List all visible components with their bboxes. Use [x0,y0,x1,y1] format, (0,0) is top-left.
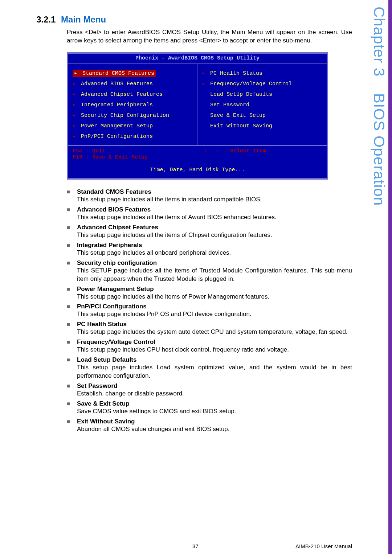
feature-item: ■Advanced BIOS Features This setup page … [67,206,352,222]
bios-menu-item[interactable]: ▸ Exit Without Saving [202,120,322,131]
bios-menu-item[interactable]: ▸ Integrated Peripherals [73,99,192,110]
bios-hint-save: F10 : Save & Exit Setup [73,154,197,160]
bios-hint-quit: Esc : Quit [73,148,197,154]
bullet-icon: ■ [67,242,77,249]
intro-paragraph: Press <Del> to enter AwardBIOS CMOS Setu… [67,28,352,45]
bios-hint-bar: Esc : Quit F10 : Save & Exit Setup ↑ ↓ →… [68,146,327,163]
bullet-icon: ■ [67,383,77,389]
feature-item: ■Security chip configuration This SETUP … [67,259,352,283]
bios-columns: ▸ Standard CMOS Features ▸ Advanced BIOS… [68,63,327,146]
bios-menu-item[interactable]: ▸ Advanced BIOS Features [73,78,192,89]
feature-item: ■Frequency/Voltage Control This setup pa… [67,338,352,354]
feature-item: ■Load Setup Defaults This setup page inc… [67,356,352,380]
section-heading: 3.2.1 Main Menu [36,15,352,25]
bios-menu-item[interactable]: ▸ Set Password [202,99,322,110]
feature-item: ■PnP/PCI Configurations This setup page … [67,303,352,319]
bios-footer: Time, Date, Hard Disk Type... [68,163,327,178]
manual-name: AIMB-210 User Manual [295,543,352,549]
bullet-icon: ■ [67,357,77,363]
side-chapter: Chapter 3 [371,7,388,77]
bullet-icon: ■ [67,339,77,345]
bullet-icon: ■ [67,260,77,266]
content: 3.2.1 Main Menu Press <Del> to enter Awa… [36,15,352,436]
feature-item: ■Standard CMOS Features This setup page … [67,188,352,204]
feature-item: ■Set Password Establish, change or disab… [67,382,352,398]
bullet-icon: ■ [67,189,77,195]
bullet-icon: ■ [67,418,77,425]
bios-menu-item[interactable]: ▸ Security Chip Configuration [73,110,192,120]
bios-menu-item[interactable]: ▸ Load SetUp Defaults [202,89,322,99]
feature-item: ■Integrated Peripherals This setup page … [67,242,352,257]
feature-list: ■Standard CMOS Features This setup page … [67,188,352,434]
bullet-icon: ■ [67,321,77,328]
bullet-icon: ■ [67,303,77,310]
section-title: Main Menu [58,15,106,24]
bios-left-column: ▸ Standard CMOS Features ▸ Advanced BIOS… [68,64,197,145]
feature-item: ■Exit Without Saving Abandon all CMOS va… [67,418,352,434]
bios-menu-item[interactable]: ▸ Frequency/Voltage Control [202,78,322,89]
side-operation: BIOS Operation [371,93,388,206]
feature-item: ■Power Management Setup This setup page … [67,286,352,301]
bios-title: Phoenix - AwardBIOS CMOS Setup Utility [68,54,327,63]
bios-menu-item[interactable]: ▸ PnP/PCI Configurations [73,131,192,141]
feature-item: ■Save & Exit Setup Save CMOS value setti… [67,400,352,416]
page: Chapter 3 BIOS Operation 3.2.1 Main Menu… [0,0,392,554]
feature-item: ■Advanced Chipset Features This setup pa… [67,224,352,239]
bios-menu-item[interactable]: ▸ Standard CMOS Features [73,68,192,78]
bios-right-column: ▸ PC Health Status ▸ Frequency/Voltage C… [197,64,327,145]
bullet-icon: ■ [67,224,77,231]
bios-menu-item[interactable]: ▸ PC Health Status [202,68,322,78]
feature-item: ■PC Health Status This setup page includ… [67,321,352,336]
bios-menu-item[interactable]: ▸ Power Management Setup [73,120,192,131]
bios-screenshot: Phoenix - AwardBIOS CMOS Setup Utility ▸… [67,52,328,180]
bios-menu-item[interactable]: ▸ Advanced Chipset Features [73,89,192,99]
bios-menu-item[interactable]: ▸ Save & Exit Setup [202,110,322,120]
page-number: 37 [192,543,199,549]
bullet-icon: ■ [67,286,77,292]
bullet-icon: ■ [67,401,77,407]
bullet-icon: ■ [67,206,77,213]
bios-hint-select: ↑ ↓ → ← : Select Item [197,148,266,154]
section-number: 3.2.1 [36,15,56,24]
side-tab: Chapter 3 BIOS Operation [366,7,388,210]
right-border [388,0,392,554]
